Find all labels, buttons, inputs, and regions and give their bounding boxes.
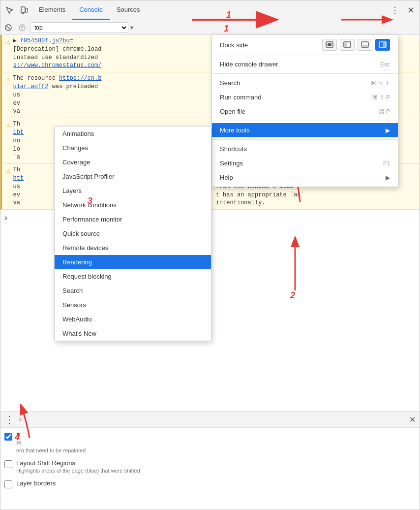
bottom-panel: ⋮ ○ ✕ P H en) that need to be repainted bbox=[0, 411, 420, 510]
help-arrow: ▶ bbox=[386, 174, 390, 181]
bottom-panel-header: ⋮ ○ ✕ bbox=[0, 412, 420, 428]
menu-section-1: Hide console drawer Esc bbox=[212, 55, 398, 74]
msg-link-1[interactable]: f054580f.js?bu= bbox=[20, 37, 73, 44]
svg-rect-0 bbox=[21, 7, 25, 13]
mt-coverage[interactable]: Coverage bbox=[55, 155, 211, 169]
layout-shift-checkbox[interactable] bbox=[4, 460, 12, 468]
msg-link-4[interactable]: ular.woff2 bbox=[13, 83, 48, 90]
msg-link-2[interactable]: s://www.chromestatus.com/ bbox=[13, 62, 101, 69]
tab-elements[interactable]: Elements bbox=[32, 0, 72, 20]
msg-link-6[interactable]: htt bbox=[13, 175, 24, 182]
warn-icon-2: ⚠ bbox=[6, 75, 10, 83]
mt-js-profiler[interactable]: JavaScript Profiler bbox=[55, 169, 211, 184]
mt-layers[interactable]: Layers bbox=[55, 184, 211, 198]
mt-whats-new[interactable]: What's New bbox=[55, 326, 211, 341]
bottom-panel-tab-icon: ○ bbox=[18, 416, 22, 423]
dock-right-btn[interactable] bbox=[375, 39, 390, 51]
mt-changes[interactable]: Changes bbox=[55, 141, 211, 155]
dock-undock-btn[interactable] bbox=[322, 39, 337, 51]
mt-rendering[interactable]: Rendering bbox=[55, 255, 211, 269]
paint-flashing-label: P bbox=[16, 432, 86, 439]
paint-flashing-desc: en) that need to be repainted bbox=[16, 447, 86, 453]
menu-help[interactable]: Help ▶ bbox=[212, 170, 398, 185]
mt-search[interactable]: Search bbox=[55, 284, 211, 298]
inspect-icon[interactable] bbox=[2, 3, 16, 17]
menu-section-2: Search ⌘ ⌥ F Run command ⌘ ⇧ P Open file… bbox=[212, 74, 398, 121]
menu-section-4: Shortcuts Settings F1 Help ▶ bbox=[212, 140, 398, 187]
menu-section-3: More tools ▶ bbox=[212, 121, 398, 140]
mt-quick-source[interactable]: Quick source bbox=[55, 226, 211, 241]
rendering-option-paint: P H en) that need to be repainted bbox=[4, 432, 416, 453]
svg-rect-10 bbox=[328, 43, 331, 46]
dock-bottom-btn[interactable] bbox=[358, 39, 372, 51]
warn-icon-3: ⚠ bbox=[6, 121, 10, 129]
msg-link-3[interactable]: https://cn.b bbox=[59, 75, 101, 82]
warn-icon-4: ⚠ bbox=[6, 166, 10, 175]
tab-bar: Elements Console Sources ⋮ ✕ bbox=[0, 0, 420, 20]
console-toolbar: top ▾ bbox=[0, 20, 420, 35]
close-devtools-icon[interactable]: ✕ bbox=[404, 3, 418, 17]
layout-shift-label: Layout Shift Regions bbox=[16, 459, 140, 467]
paint-flashing-sublabel: H bbox=[16, 439, 86, 446]
layer-borders-checkbox[interactable] bbox=[4, 480, 12, 488]
mt-request-blocking[interactable]: Request blocking bbox=[55, 269, 211, 284]
bottom-panel-menu-icon[interactable]: ⋮ bbox=[4, 414, 14, 425]
bottom-panel-content: P H en) that need to be repainted Layout… bbox=[0, 428, 420, 510]
dock-side-label: Dock side bbox=[220, 41, 318, 49]
svg-line-4 bbox=[6, 26, 10, 30]
menu-hide-console[interactable]: Hide console drawer Esc bbox=[212, 57, 398, 71]
more-tools-arrow: ▶ bbox=[386, 127, 390, 134]
svg-rect-12 bbox=[344, 42, 347, 47]
filter-icon[interactable] bbox=[16, 22, 28, 33]
svg-rect-1 bbox=[22, 13, 24, 14]
menu-settings[interactable]: Settings F1 bbox=[212, 156, 398, 170]
mt-webaudio[interactable]: WebAudio bbox=[55, 312, 211, 326]
main-context-menu: Dock side bbox=[211, 34, 398, 187]
rendering-option-layout: Layout Shift Regions Highlights areas of… bbox=[4, 459, 416, 474]
svg-rect-14 bbox=[361, 45, 368, 47]
tab-console[interactable]: Console bbox=[72, 0, 110, 20]
dock-side-row: Dock side bbox=[212, 35, 398, 55]
msg-link-5[interactable]: ibt bbox=[13, 129, 24, 136]
svg-rect-16 bbox=[383, 42, 386, 47]
more-options-icon[interactable]: ⋮ bbox=[388, 3, 402, 17]
layer-borders-label: Layer borders bbox=[16, 479, 56, 487]
rendering-option-layers: Layer borders bbox=[4, 479, 416, 488]
mt-sensors[interactable]: Sensors bbox=[55, 298, 211, 312]
menu-open-file[interactable]: Open file ⌘ P bbox=[212, 104, 398, 119]
dock-icons bbox=[322, 39, 390, 51]
mt-animations[interactable]: Animations bbox=[55, 127, 211, 141]
svg-rect-2 bbox=[26, 8, 28, 12]
tab-sources[interactable]: Sources bbox=[110, 0, 147, 20]
menu-search[interactable]: Search ⌘ ⌥ F bbox=[212, 76, 398, 90]
context-selector[interactable]: top bbox=[30, 22, 128, 33]
mt-network-conditions[interactable]: Network conditions bbox=[55, 198, 211, 212]
mt-remote-devices[interactable]: Remote devices bbox=[55, 241, 211, 255]
more-tools-submenu: Animations Changes Coverage JavaScript P… bbox=[54, 126, 211, 341]
menu-shortcuts[interactable]: Shortcuts bbox=[212, 142, 398, 156]
warn-icon-1: ⚠ bbox=[6, 37, 10, 46]
menu-run-command[interactable]: Run command ⌘ ⇧ P bbox=[212, 90, 398, 104]
menu-more-tools[interactable]: More tools ▶ bbox=[212, 123, 398, 137]
clear-console-icon[interactable] bbox=[2, 22, 14, 33]
mt-perf-monitor[interactable]: Performance monitor bbox=[55, 212, 211, 226]
layout-shift-desc: Highlights areas of the page (blue) that… bbox=[16, 468, 140, 474]
dock-left-btn[interactable] bbox=[340, 39, 355, 51]
paint-flashing-checkbox[interactable] bbox=[4, 433, 12, 441]
context-arrow: ▾ bbox=[130, 24, 133, 31]
device-toolbar-icon[interactable] bbox=[17, 3, 31, 17]
bottom-panel-close-icon[interactable]: ✕ bbox=[409, 415, 416, 424]
